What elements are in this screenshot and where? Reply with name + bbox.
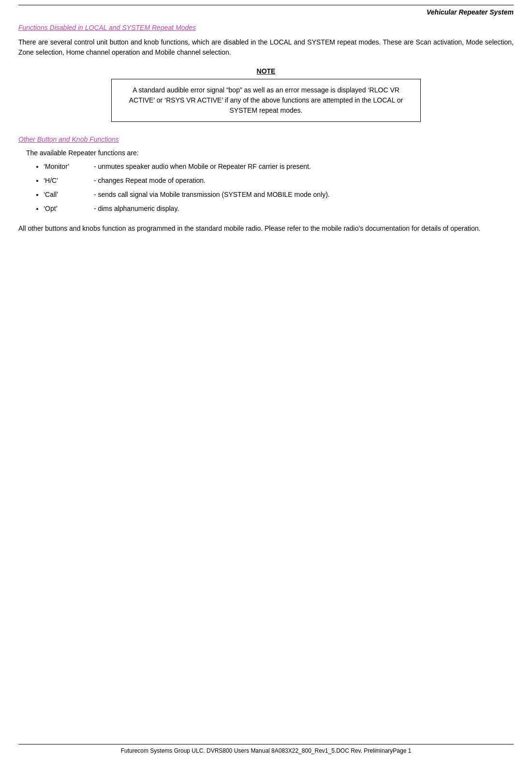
bullet-desc-3: - sends call signal via Mobile transmiss… [94, 191, 330, 198]
bullet-key-3: ‘Call’ [44, 190, 92, 200]
bullet-desc-1: - unmutes speaker audio when Mobile or R… [94, 163, 311, 170]
bullet-list: ‘Monitor’ - unmutes speaker audio when M… [44, 162, 514, 214]
header-title: Vehicular Repeater System [18, 8, 514, 16]
note-label: NOTE [18, 67, 514, 75]
list-item: ‘Call’ - sends call signal via Mobile tr… [44, 190, 514, 200]
bullet-key-1: ‘Monitor’ [44, 162, 92, 172]
section1: Functions Disabled in LOCAL and SYSTEM R… [18, 24, 514, 58]
closing-paragraph: All other buttons and knobs function as … [18, 223, 514, 234]
list-item: ‘H/C’ - changes Repeat mode of operation… [44, 176, 514, 186]
list-item: ‘Opt’ - dims alphanumeric display. [44, 204, 514, 214]
bullet-desc-4: - dims alphanumeric display. [94, 205, 179, 212]
bullet-key-4: ‘Opt’ [44, 204, 92, 214]
section1-heading: Functions Disabled in LOCAL and SYSTEM R… [18, 24, 196, 31]
bullet-desc-2: - changes Repeat mode of operation. [94, 177, 206, 184]
section2-heading: Other Button and Knob Functions [18, 135, 119, 143]
note-text: A standard audible error signal “bop” as… [129, 86, 403, 114]
page-container: Vehicular Repeater System Functions Disa… [0, 0, 532, 759]
header-line [18, 5, 514, 5]
section2: Other Button and Knob Functions The avai… [18, 135, 514, 234]
footer-line [18, 744, 514, 744]
note-box: A standard audible error signal “bop” as… [111, 79, 421, 122]
section1-paragraph: There are several control unit button an… [18, 37, 514, 58]
available-text: The available Repeater functions are: [26, 149, 514, 157]
footer-text: Futurecom Systems Group ULC. DVRS800 Use… [18, 747, 514, 754]
list-item: ‘Monitor’ - unmutes speaker audio when M… [44, 162, 514, 172]
bullet-key-2: ‘H/C’ [44, 176, 92, 186]
